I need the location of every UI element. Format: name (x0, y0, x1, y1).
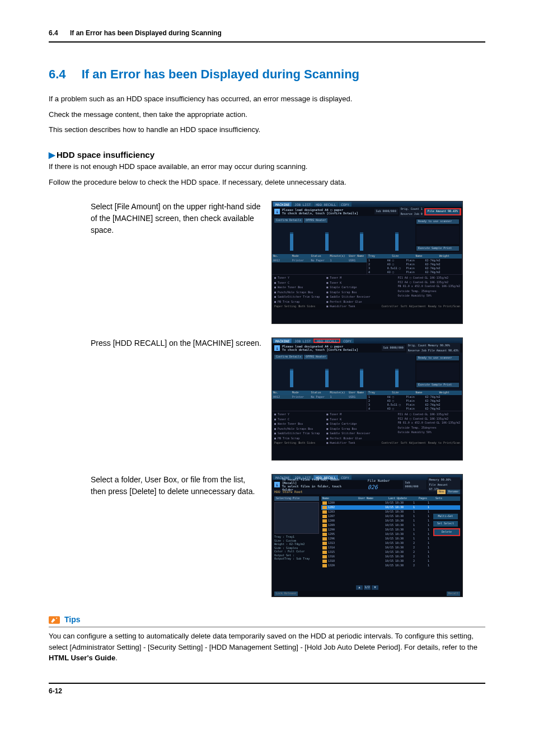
intro-p2: Check the message content, then take the… (49, 109, 485, 120)
file-row[interactable]: 131610/15 18:3821 (321, 555, 460, 559)
pager-down[interactable]: ▼ (372, 585, 378, 590)
new-folder-btn[interactable]: New (437, 490, 446, 494)
machine-screen-2: MACHINE JOB LIST HDD RECALL COPY i Pleas… (271, 337, 463, 461)
section-heading-text: If an Error has been Displayed during Sc… (82, 67, 359, 81)
tips-icon (49, 615, 60, 625)
rs-heater-btn: OFF RS Heater (304, 218, 327, 223)
section-number: 6.4 (49, 67, 66, 81)
running-header-number: 6.4 (49, 29, 58, 37)
delete-btn[interactable]: Delete (433, 528, 460, 536)
pager-up[interactable]: ▲ (356, 585, 363, 590)
paper-setting-btn[interactable]: Paper Setting (274, 304, 296, 309)
file-meta: Tray : Tray1 Size : Custom Weight : 62-7… (274, 535, 319, 561)
outside-temp: Outside Temp. 25degrees (398, 289, 460, 294)
sub-heading: ▶HDD space insufficiency (49, 149, 485, 162)
outside-humidity: Outside Humidity 50% (398, 294, 460, 298)
arrow-icon: ▶ (49, 150, 55, 159)
step-row-1: Select [File Amount] on the upper right-… (49, 201, 485, 324)
step-row-3: Select a folder, User Box, or file from … (49, 474, 485, 597)
toner-gauge (325, 232, 329, 251)
tab-machine[interactable]: MACHINE (273, 202, 292, 206)
step-2-text: Press [HDD RECALL] on the [MACHINE] scre… (49, 337, 261, 349)
file-row[interactable]: 131410/15 18:3821 (321, 546, 460, 550)
info-icon: i (274, 482, 280, 487)
sub1-p2: Follow the procedure below to check the … (49, 177, 485, 188)
tips-block: Tips You can configure a setting to auto… (49, 614, 485, 664)
page-number: 6-12 (49, 687, 62, 695)
file-amount-button[interactable]: File Amount 98.43% (425, 208, 460, 215)
sub-counter: Sub 0000/000 (374, 209, 398, 214)
msg-line2: To check details, touch [Confirm Details… (282, 212, 358, 215)
both-sides-btn[interactable]: Both Sides (298, 304, 315, 309)
sub1-p1: If there is not enough HDD space availab… (49, 161, 485, 172)
info-icon: i (274, 209, 280, 214)
tab-copy[interactable]: COPY (341, 339, 353, 343)
rename-btn[interactable]: Rename (447, 490, 460, 494)
machine-screen-1: MACHINE JOB LIST HDD RECALL COPY i Pleas… (271, 201, 463, 324)
step-3-text: Select a folder, User Box, or file from … (49, 474, 261, 497)
pager-value: 1/2 (364, 585, 371, 590)
toner-gauge (395, 232, 399, 251)
execute-sample-print[interactable]: Execute Sample Print (416, 246, 459, 251)
hdd-recall-screen: MACHINE JOB LIST HDD RECALL COPY i To re… (271, 474, 463, 597)
file-row[interactable]: 132010/15 18:3821 (321, 564, 460, 568)
file-row[interactable]: 129610/15 18:3811 (321, 537, 460, 541)
lock-release-btn[interactable]: Lock Release (274, 591, 298, 596)
soft-adj-btn[interactable]: Soft Adjustment (401, 304, 426, 309)
section-title: 6.4 If an Error has been Displayed durin… (49, 65, 485, 83)
device-graphic (416, 226, 459, 244)
tips-text: You can configure a setting to automatic… (49, 631, 485, 664)
tab-hddrecall[interactable]: HDD RECALL (313, 339, 340, 343)
breadcrumb: HDD Store Root (274, 489, 303, 494)
tab-machine[interactable]: MACHINE (273, 339, 292, 343)
consumables-panel: ■ Toner Y■ Toner C■ Waste Toner Box■ Pun… (272, 274, 462, 304)
preview-thumb (274, 502, 319, 534)
intro-p1: If a problem such as an HDD space insuff… (49, 93, 485, 105)
file-row[interactable]: 131510/15 18:3821 (321, 550, 460, 555)
job-table: No. Mode Status Minute(s) User Name 0012… (272, 254, 367, 274)
file-row[interactable]: 131810/15 18:3821 (321, 559, 460, 564)
file-number: File Number 026 (368, 478, 401, 491)
tab-joblist[interactable]: JOB LIST (292, 339, 313, 343)
sel-select-btn[interactable]: Sel Select (433, 521, 458, 527)
footer-rule (49, 683, 485, 684)
file-row[interactable]: 128210/15 18:3811 (321, 505, 460, 510)
orig-count: Orig. Count 1 (399, 206, 424, 212)
ready-label: Ready to Print/Scan (428, 304, 460, 309)
reserve-job: Reserve Job 0 (399, 212, 424, 217)
file-row[interactable]: 131310/15 18:3821 (321, 541, 460, 546)
page-footer: 6-12 (49, 683, 485, 696)
step-1-text: Select [File Amount] on the upper right-… (49, 201, 261, 236)
sub-heading-text: HDD space insufficiency (57, 150, 154, 159)
info-icon: i (274, 345, 280, 351)
tab-hddrecall[interactable]: HDD RECALL (313, 202, 338, 206)
rs-heater-btn: OFF RS Heater (304, 355, 327, 359)
confirm-details-btn[interactable]: Confirm Details (274, 218, 303, 223)
multi-set-btn[interactable]: Multi→Set (433, 514, 458, 519)
tab-copy[interactable]: COPY (339, 202, 351, 206)
file-row[interactable]: 128010/15 18:3811 (321, 501, 460, 505)
intro-p3: This section describes how to handle an … (49, 124, 485, 135)
selecting-file-btn[interactable]: Selecting File (274, 496, 319, 501)
paper-tray-table: Tray Size Name Weight 1A4 ▢Plain62-74g/m… (367, 254, 462, 274)
step-row-2: Press [HDD RECALL] on the [MACHINE] scre… (49, 337, 485, 461)
header-rule (49, 41, 485, 43)
tab-joblist[interactable]: JOB LIST (292, 202, 313, 206)
scan-ready: Ready to use scanner (416, 219, 459, 224)
confirm-details-btn[interactable]: Confirm Details (274, 355, 303, 359)
controller-label: Controller (382, 304, 399, 309)
tips-rule (49, 627, 485, 627)
svg-point-1 (56, 617, 57, 618)
recall-btn[interactable]: Recall (447, 591, 460, 596)
tips-label: Tips (64, 614, 81, 626)
running-header: 6.4 If an Error has been Displayed durin… (49, 28, 485, 38)
toner-gauge (360, 232, 363, 251)
toner-gauge (290, 232, 293, 251)
running-header-title: If an Error has been Displayed during Sc… (70, 29, 222, 37)
